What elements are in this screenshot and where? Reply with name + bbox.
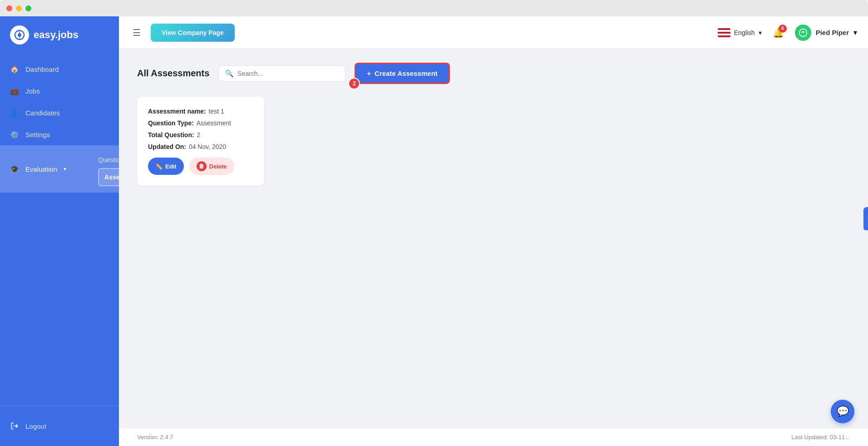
- company-name: Pied Piper: [816, 29, 849, 36]
- sidebar-item-logout[interactable]: Logout: [0, 415, 119, 437]
- delete-button[interactable]: 🗑 Delete: [189, 158, 234, 175]
- logo-icon: [10, 25, 29, 45]
- nav-label-candidates: Candidates: [25, 109, 60, 117]
- edit-button[interactable]: ✏️ Edit: [148, 158, 184, 175]
- language-selector[interactable]: English ▾: [718, 28, 762, 37]
- name-label: Assessment name:: [148, 108, 206, 115]
- edit-label: Edit: [165, 163, 177, 170]
- page-footer: Version: 2.4.7 Last Updated: 03-11...: [119, 428, 868, 446]
- settings-icon: ⚙️: [10, 130, 19, 139]
- assessment-card: Assessment name: test 1 Question Type: A…: [137, 97, 264, 186]
- delete-label: Delete: [209, 163, 227, 170]
- home-icon: 🏠: [10, 64, 19, 74]
- top-header: ☰ View Company Page English ▾ 🔔: [119, 16, 868, 49]
- card-updated-row: Updated On: 04 Nov, 2020: [148, 143, 253, 150]
- hamburger-button[interactable]: ☰: [130, 25, 143, 41]
- search-input[interactable]: [237, 70, 339, 77]
- search-icon: 🔍: [225, 69, 234, 78]
- search-box[interactable]: 🔍: [218, 65, 345, 82]
- sidebar-item-evaluation[interactable]: 🎓 Evaluation ▾ Question Set Assessment 1: [0, 145, 119, 193]
- logout-icon: [10, 421, 19, 431]
- app-container: easy.jobs 🏠 Dashboard 💼 Jobs 👤 Candidate…: [0, 16, 868, 446]
- nav-label-logout: Logout: [25, 422, 46, 430]
- user-profile[interactable]: Pied Piper ▾: [795, 25, 857, 41]
- nav-label-jobs: Jobs: [25, 87, 40, 95]
- window-chrome: [0, 0, 868, 16]
- jobs-icon: 💼: [10, 86, 19, 95]
- nav-label-evaluation: Evaluation: [25, 165, 57, 173]
- card-name-row: Assessment name: test 1: [148, 108, 253, 115]
- chevron-down-icon: ▾: [64, 166, 66, 172]
- logo-text: easy.jobs: [34, 29, 79, 41]
- total-value: 2: [197, 131, 201, 139]
- card-actions: ✏️ Edit 🗑 Delete: [148, 158, 253, 175]
- step-2-badge: 2: [348, 78, 360, 89]
- nav-label-dashboard: Dashboard: [25, 65, 59, 73]
- nav-label-settings: Settings: [25, 131, 50, 139]
- create-btn-label: Create Assessment: [375, 69, 438, 77]
- evaluation-icon: 🎓: [10, 164, 19, 173]
- minimize-button[interactable]: [16, 5, 22, 11]
- company-chevron-icon: ▾: [853, 28, 857, 37]
- flag-icon: [718, 28, 730, 37]
- company-logo-icon: [795, 25, 811, 41]
- sidebar-item-assessment[interactable]: Assessment 1: [98, 168, 119, 186]
- type-label: Question Type:: [148, 119, 194, 127]
- sidebar-item-dashboard[interactable]: 🏠 Dashboard: [0, 58, 119, 80]
- page-header: All Assessments 🔍 + Create Assessment 2: [137, 63, 850, 84]
- delete-icon: 🗑: [197, 161, 207, 171]
- notification-badge: 4: [779, 25, 787, 33]
- language-label: English: [734, 29, 755, 36]
- sidebar-item-settings[interactable]: ⚙️ Settings: [0, 124, 119, 145]
- updated-label: Updated On:: [148, 143, 186, 150]
- edit-icon: ✏️: [155, 163, 163, 170]
- version-text: Version: 2.4.7: [137, 434, 173, 441]
- page-title: All Assessments: [137, 68, 209, 79]
- sub-navigation: Question Set Assessment 1: [73, 152, 119, 186]
- logo[interactable]: easy.jobs: [0, 16, 119, 54]
- close-button[interactable]: [6, 5, 12, 11]
- language-chevron-icon: ▾: [759, 29, 762, 36]
- sidebar-navigation: 🏠 Dashboard 💼 Jobs 👤 Candidates ⚙️ Setti…: [0, 54, 119, 406]
- last-updated-text: Last Updated: 03-11...: [791, 434, 850, 441]
- page-content: All Assessments 🔍 + Create Assessment 2 …: [119, 49, 868, 428]
- main-area: ☰ View Company Page English ▾ 🔔: [119, 16, 868, 446]
- sidebar-item-jobs[interactable]: 💼 Jobs: [0, 80, 119, 102]
- sidebar: easy.jobs 🏠 Dashboard 💼 Jobs 👤 Candidate…: [0, 16, 119, 446]
- plus-icon: +: [367, 69, 371, 77]
- candidates-icon: 👤: [10, 108, 19, 117]
- view-company-button[interactable]: View Company Page: [151, 24, 235, 42]
- sidebar-bottom: Logout: [0, 406, 119, 446]
- notification-button[interactable]: 🔔 4: [771, 25, 786, 40]
- card-total-row: Total Question: 2: [148, 131, 253, 139]
- feedback-tab[interactable]: Feedback: [863, 207, 868, 230]
- header-right: English ▾ 🔔 4 Pied Piper: [718, 25, 857, 41]
- create-button-wrapper: + Create Assessment 2: [355, 63, 449, 84]
- chat-button[interactable]: 💬: [831, 400, 854, 423]
- create-assessment-button[interactable]: + Create Assessment: [355, 63, 449, 84]
- card-type-row: Question Type: Assessment: [148, 119, 253, 127]
- updated-value: 04 Nov, 2020: [189, 143, 226, 150]
- total-label: Total Question:: [148, 131, 194, 139]
- sidebar-item-candidates[interactable]: 👤 Candidates: [0, 102, 119, 124]
- sidebar-item-question-set[interactable]: Question Set: [98, 152, 119, 168]
- svg-point-5: [802, 31, 804, 32]
- name-value: test 1: [209, 108, 224, 115]
- type-value: Assessment: [197, 119, 231, 127]
- maximize-button[interactable]: [25, 5, 31, 11]
